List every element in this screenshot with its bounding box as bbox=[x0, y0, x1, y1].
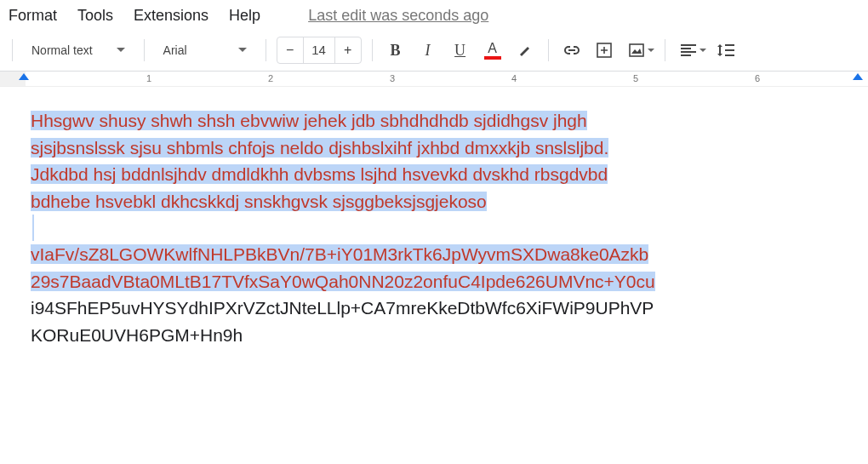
text-line[interactable]: KORuE0UVH6PGM+Hn9h bbox=[31, 322, 837, 349]
plain-text: KORuE0UVH6PGM+Hn9h bbox=[31, 325, 243, 345]
line-spacing-icon bbox=[717, 43, 734, 57]
ruler-tick: 4 bbox=[511, 73, 517, 83]
bold-button[interactable]: B bbox=[383, 37, 408, 63]
text-line[interactable]: bdhebe hsvebkl dkhcskkdj snskhgvsk sjsgg… bbox=[31, 188, 837, 215]
separator bbox=[372, 39, 373, 61]
menu-help[interactable]: Help bbox=[229, 7, 260, 25]
font-size-group: − 14 + bbox=[277, 37, 362, 64]
text-line[interactable]: 29s7BaadVBta0MLtB17TVfxSaY0wQah0NN20z2on… bbox=[31, 268, 837, 295]
text-line[interactable]: Jdkdbd hsj bddnlsjhdv dmdldkhh dvbsms ls… bbox=[31, 161, 837, 188]
chevron-down-icon bbox=[238, 48, 247, 53]
link-icon bbox=[563, 46, 580, 54]
menu-format[interactable]: Format bbox=[9, 7, 57, 25]
font-size-decrease-button[interactable]: − bbox=[277, 37, 303, 63]
image-icon bbox=[629, 43, 644, 57]
text-line[interactable]: sjsjbsnslssk sjsu shbmls chfojs neldo dj… bbox=[31, 135, 837, 162]
separator bbox=[266, 39, 266, 61]
comment-plus-icon bbox=[597, 43, 612, 58]
chevron-down-icon[interactable] bbox=[700, 49, 706, 53]
insert-link-button[interactable] bbox=[559, 37, 585, 63]
ruler-tick: 1 bbox=[146, 73, 151, 83]
toolbar: Normal text Arial − 14 + B I U A bbox=[0, 33, 868, 72]
selected-blank-line bbox=[32, 215, 34, 241]
selected-text: Jdkdbd hsj bddnlsjhdv dmdldkhh dvbsms ls… bbox=[31, 164, 608, 184]
separator bbox=[12, 39, 13, 61]
text-line[interactable]: i94SFhEP5uvHYSYdhIPXrVZctJNteLLlp+CA7mre… bbox=[31, 295, 837, 322]
selected-text: 29s7BaadVBta0MLtB17TVfxSaY0wQah0NN20z2on… bbox=[31, 272, 655, 291]
paragraph-style-dropdown[interactable]: Normal text bbox=[23, 40, 134, 60]
text-line[interactable]: vIaFv/sZ8LGOWKwlfNHLPBkBVn/7B+iY01M3rkTk… bbox=[31, 241, 837, 268]
insert-image-button[interactable] bbox=[624, 37, 649, 63]
text-line[interactable]: Hhsgwv shusy shwh shsh ebvwiw jehek jdb … bbox=[31, 107, 837, 135]
italic-button[interactable]: I bbox=[415, 37, 441, 63]
horizontal-ruler[interactable]: 1 2 3 4 5 6 bbox=[0, 72, 868, 87]
menu-tools[interactable]: Tools bbox=[77, 7, 113, 25]
font-family-label: Arial bbox=[163, 43, 187, 57]
font-size-value[interactable]: 14 bbox=[303, 37, 335, 63]
ruler-tick: 2 bbox=[268, 73, 273, 83]
font-family-dropdown[interactable]: Arial bbox=[155, 40, 255, 60]
selected-text: bdhebe hsvebkl dkhcskkdj snskhgvsk sjsgg… bbox=[31, 192, 487, 211]
separator bbox=[665, 39, 665, 61]
highlight-color-button[interactable] bbox=[512, 37, 538, 63]
text-color-button[interactable]: A bbox=[480, 37, 505, 63]
ruler-tick: 6 bbox=[755, 73, 760, 83]
last-edit-link[interactable]: Last edit was seconds ago bbox=[308, 7, 488, 25]
document-canvas[interactable]: Hhsgwv shusy shwh shsh ebvwiw jehek jdb … bbox=[0, 87, 868, 348]
highlighter-icon bbox=[517, 43, 533, 58]
line-spacing-button[interactable] bbox=[713, 37, 739, 63]
align-button[interactable] bbox=[676, 37, 701, 63]
ruler-tick: 3 bbox=[390, 73, 395, 83]
add-comment-button[interactable] bbox=[591, 37, 617, 63]
selected-text: Hhsgwv shusy shwh shsh ebvwiw jehek jdb … bbox=[31, 111, 587, 130]
svg-rect-1 bbox=[630, 44, 643, 56]
selected-text: vIaFv/sZ8LGOWKwlfNHLPBkBVn/7B+iY01M3rkTk… bbox=[31, 244, 648, 264]
paragraph-style-label: Normal text bbox=[31, 43, 93, 57]
menu-bar: Format Tools Extensions Help Last edit w… bbox=[0, 0, 868, 33]
align-left-icon bbox=[681, 44, 696, 56]
separator bbox=[144, 39, 145, 61]
text-color-icon: A bbox=[484, 42, 501, 60]
chevron-down-icon[interactable] bbox=[648, 49, 654, 53]
font-size-increase-button[interactable]: + bbox=[335, 37, 361, 63]
chevron-down-icon bbox=[117, 48, 125, 53]
plain-text: i94SFhEP5uvHYSYdhIPXrVZctJNteLLlp+CA7mre… bbox=[31, 298, 654, 318]
ruler-tick: 5 bbox=[633, 73, 638, 83]
underline-button[interactable]: U bbox=[448, 37, 473, 63]
separator bbox=[548, 39, 549, 61]
first-line-indent-marker[interactable] bbox=[19, 73, 29, 80]
right-indent-marker[interactable] bbox=[853, 73, 863, 80]
menu-extensions[interactable]: Extensions bbox=[134, 7, 208, 25]
selected-text: sjsjbsnslssk sjsu shbmls chfojs neldo dj… bbox=[31, 138, 608, 158]
